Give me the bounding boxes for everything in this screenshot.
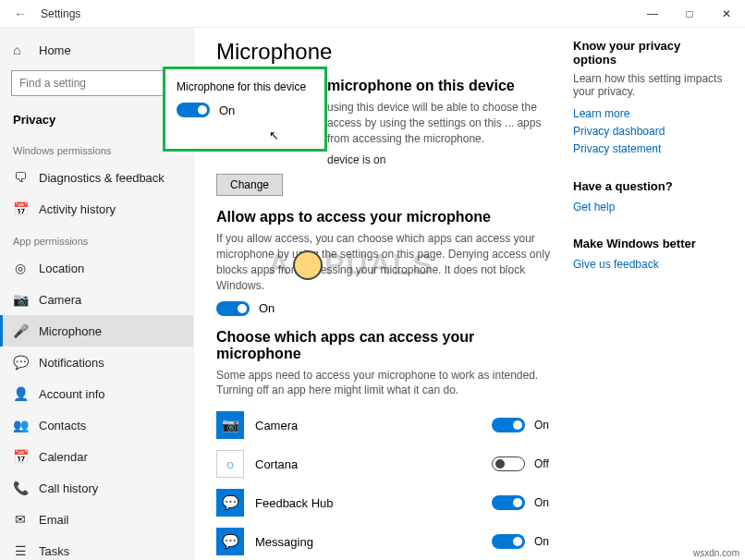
sidebar-item-location[interactable]: ◎ Location <box>0 252 193 284</box>
section-allow-apps-heading: Allow apps to access your microphone <box>216 209 556 225</box>
sidebar-item-label: Contacts <box>39 419 86 432</box>
sidebar-item-label: Camera <box>39 293 81 307</box>
sidebar-item-calendar[interactable]: 📅 Calendar <box>0 441 193 472</box>
sidebar-item-label: Microphone <box>39 324 102 338</box>
sidebar-item-label: Calendar <box>39 450 88 464</box>
sidebar-subheading-app-permissions: App permissions <box>0 225 193 252</box>
sidebar-item-callhistory[interactable]: 📞 Call history <box>0 472 193 504</box>
sidebar-item-tasks[interactable]: ☰ Tasks <box>0 535 193 560</box>
titlebar: ← Settings ― □ ✕ <box>0 0 745 28</box>
sidebar-item-activity[interactable]: 📅 Activity history <box>0 193 193 225</box>
allow-apps-toggle-label: On <box>259 301 275 315</box>
app-name: Camera <box>255 419 492 432</box>
home-icon: ⌂ <box>13 43 28 57</box>
sidebar-home[interactable]: ⌂ Home <box>0 35 193 65</box>
app-toggle-cortana[interactable] <box>492 457 525 471</box>
account-icon: 👤 <box>13 386 28 401</box>
link-privacy-statement[interactable]: Privacy statement <box>573 140 723 158</box>
maximize-button[interactable]: □ <box>671 0 708 28</box>
allow-apps-toggle[interactable] <box>216 301 250 316</box>
watermark-face-icon <box>293 250 323 280</box>
email-icon: ✉ <box>13 512 28 527</box>
sidebar-item-notifications[interactable]: 💬 Notifications <box>0 347 193 378</box>
popup-title: Microphone for this device <box>177 80 313 93</box>
watermark-left: A <box>268 248 291 282</box>
sidebar-item-camera[interactable]: 📷 Camera <box>0 284 193 315</box>
window-title: Settings <box>41 7 80 20</box>
app-toggle-label: On <box>534 419 556 432</box>
page-title: Microphone <box>216 39 556 65</box>
section3-description: Some apps need to access your microphone… <box>216 368 556 399</box>
sidebar-home-label: Home <box>39 43 71 57</box>
sidebar-item-label: Location <box>39 262 84 275</box>
rr-better-heading: Make Windows better <box>573 237 723 250</box>
close-button[interactable]: ✕ <box>708 0 745 28</box>
sidebar-item-label: Account info <box>39 387 105 401</box>
app-toggle-label: On <box>534 535 556 548</box>
cursor-icon: ↖ <box>269 128 279 142</box>
sidebar-item-account[interactable]: 👤 Account info <box>0 378 193 409</box>
footer-source: wsxdn.com <box>693 548 739 558</box>
app-name: Feedback Hub <box>255 496 492 510</box>
camera-app-icon: 📷 <box>216 411 244 439</box>
camera-icon: 📷 <box>13 292 28 307</box>
rr-privacy-heading: Know your privacy options <box>573 39 723 67</box>
link-get-help[interactable]: Get help <box>573 199 723 216</box>
section-allow-microphone-device: microphone on this device <box>327 78 556 94</box>
change-button[interactable]: Change <box>216 174 283 196</box>
app-toggle-messaging[interactable] <box>492 534 525 549</box>
rr-question-heading: Have a question? <box>573 179 723 193</box>
section-choose-apps-heading: Choose which apps can access your microp… <box>216 329 556 362</box>
calendar-icon: 📅 <box>13 449 28 464</box>
app-row-messaging: 💬 Messaging On <box>216 522 556 560</box>
link-give-feedback[interactable]: Give us feedback <box>573 256 723 274</box>
popup-toggle[interactable] <box>177 103 210 117</box>
sidebar-item-label: Notifications <box>39 356 104 370</box>
app-row-cortana: ○ Cortana Off <box>216 444 556 483</box>
popup-toggle-label: On <box>219 103 235 117</box>
app-toggle-label: On <box>534 496 556 509</box>
history-icon: 📅 <box>13 201 28 216</box>
call-history-icon: 📞 <box>13 481 28 495</box>
watermark: A PUALS <box>268 248 434 282</box>
tasks-icon: ☰ <box>13 543 28 558</box>
window-controls: ― □ ✕ <box>634 0 745 28</box>
cortana-app-icon: ○ <box>216 450 244 478</box>
sidebar-item-microphone[interactable]: 🎤 Microphone <box>0 315 193 347</box>
sidebar-item-label: Tasks <box>39 544 69 558</box>
sidebar-item-label: Diagnostics & feedback <box>39 171 165 185</box>
link-privacy-dashboard[interactable]: Privacy dashboard <box>573 123 723 140</box>
sidebar-item-contacts[interactable]: 👥 Contacts <box>0 409 193 441</box>
sidebar-item-email[interactable]: ✉ Email <box>0 504 193 535</box>
feedback-icon: 🗨 <box>13 170 28 185</box>
watermark-right: PUALS <box>324 248 434 282</box>
rr-privacy-desc: Learn how this setting impacts your priv… <box>573 72 723 98</box>
link-learn-more[interactable]: Learn more <box>573 105 723 123</box>
app-toggle-feedback[interactable] <box>492 495 525 510</box>
sidebar-item-label: Email <box>39 513 69 527</box>
sidebar-item-diagnostics[interactable]: 🗨 Diagnostics & feedback <box>0 162 193 193</box>
search-input[interactable] <box>11 70 168 96</box>
microphone-icon: 🎤 <box>13 323 28 338</box>
section1-status: device is on <box>327 153 556 166</box>
app-row-feedback: 💬 Feedback Hub On <box>216 483 556 522</box>
section1-description: using this device will be able to choose… <box>327 100 556 146</box>
contacts-icon: 👥 <box>13 418 28 432</box>
messaging-app-icon: 💬 <box>216 528 244 555</box>
notifications-icon: 💬 <box>13 355 28 370</box>
app-row-camera: 📷 Camera On <box>216 406 556 444</box>
right-rail: Know your privacy options Learn how this… <box>556 39 723 560</box>
sidebar-item-label: Activity history <box>39 202 116 216</box>
app-toggle-label: Off <box>534 457 556 470</box>
back-button[interactable]: ← <box>7 1 33 27</box>
app-name: Cortana <box>255 457 492 471</box>
microphone-device-popup: Microphone for this device On ↖ <box>163 67 327 152</box>
feedbackhub-app-icon: 💬 <box>216 489 244 517</box>
app-name: Messaging <box>255 535 492 549</box>
minimize-button[interactable]: ― <box>634 0 671 28</box>
location-icon: ◎ <box>13 261 28 275</box>
sidebar-item-label: Call history <box>39 481 98 495</box>
app-toggle-camera[interactable] <box>492 418 525 432</box>
